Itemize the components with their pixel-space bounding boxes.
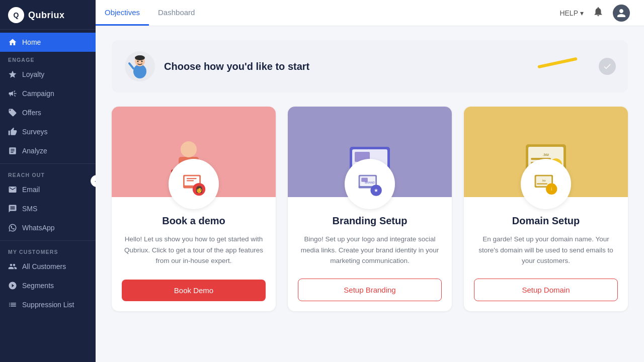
analyze-icon bbox=[8, 146, 17, 155]
card-book-demo-image: 👩 bbox=[112, 107, 276, 197]
help-label: HELP bbox=[559, 9, 578, 17]
page-content: Choose how you'd like to start bbox=[96, 26, 644, 362]
surveys-label: Surveys bbox=[22, 128, 48, 136]
tab-objectives[interactable]: Objectives bbox=[96, 0, 149, 26]
megaphone-icon bbox=[8, 89, 17, 98]
card-book-demo-icon: 👩 bbox=[169, 159, 219, 209]
all-customers-label: All Customers bbox=[22, 262, 66, 270]
segments-label: Segments bbox=[22, 282, 54, 290]
welcome-title: Choose how you'd like to start bbox=[164, 61, 309, 72]
section-label-engage: ENGAGE bbox=[0, 52, 96, 65]
tag-icon bbox=[8, 108, 17, 117]
card-domain-image: .biz i .biz i bbox=[464, 107, 628, 197]
svg-point-4 bbox=[137, 61, 139, 62]
setup-domain-button[interactable]: Setup Domain bbox=[474, 279, 618, 301]
section-label-reach-out: REACH OUT bbox=[0, 167, 96, 180]
sidebar: Q Qubriux Home ENGAGE Loyalty Campaign bbox=[0, 0, 96, 362]
sidebar-home-label: Home bbox=[22, 38, 41, 46]
sms-label: SMS bbox=[22, 205, 37, 213]
sidebar-navigation: Home ENGAGE Loyalty Campaign Offers bbox=[0, 30, 96, 362]
setup-branding-button[interactable]: Setup Branding bbox=[298, 279, 442, 301]
sidebar-item-loyalty[interactable]: Loyalty bbox=[0, 65, 96, 84]
sidebar-item-segments[interactable]: Segments bbox=[0, 276, 96, 295]
card-branding-body: Branding Setup Bingo! Set up your logo a… bbox=[288, 197, 452, 311]
sidebar-logo: Q Qubriux bbox=[0, 0, 96, 30]
card-branding-image: BRAND BRAND ★ bbox=[288, 107, 452, 197]
svg-text:.biz: .biz bbox=[542, 179, 546, 182]
whatsapp-label: WhatsApp bbox=[22, 224, 55, 232]
welcome-banner: Choose how you'd like to start bbox=[112, 40, 628, 93]
star-icon bbox=[8, 70, 17, 79]
offers-label: Offers bbox=[22, 109, 41, 117]
book-demo-button[interactable]: Book Demo bbox=[122, 280, 266, 301]
svg-rect-14 bbox=[187, 180, 194, 181]
sidebar-item-all-customers[interactable]: All Customers bbox=[0, 257, 96, 276]
card-domain-setup: .biz i .biz i bbox=[464, 107, 628, 311]
customers-icon bbox=[8, 262, 17, 271]
svg-text:BRAND: BRAND bbox=[365, 181, 375, 184]
sidebar-item-home[interactable]: Home bbox=[0, 33, 96, 52]
surveys-icon bbox=[8, 127, 17, 136]
help-button[interactable]: HELP ▾ bbox=[559, 9, 584, 17]
sms-icon bbox=[8, 204, 17, 213]
sidebar-item-sms[interactable]: SMS bbox=[0, 199, 96, 218]
divider-1 bbox=[0, 163, 96, 164]
cards-grid: 👩 Book a demo Hello! Let us show you how… bbox=[112, 107, 628, 311]
campaign-label: Campaign bbox=[22, 89, 54, 98]
svg-point-7 bbox=[181, 141, 197, 157]
sidebar-item-whatsapp[interactable]: WhatsApp bbox=[0, 218, 96, 237]
email-label: Email bbox=[22, 186, 40, 194]
card-domain-icon: .biz i bbox=[521, 159, 571, 209]
logo-letter: Q bbox=[14, 11, 19, 19]
svg-text:i: i bbox=[551, 187, 552, 192]
list-icon bbox=[8, 300, 17, 309]
card-branding-title: Branding Setup bbox=[333, 215, 408, 227]
check-circle bbox=[599, 58, 616, 75]
sidebar-item-email[interactable]: Email bbox=[0, 180, 96, 199]
svg-point-2 bbox=[135, 55, 145, 60]
svg-rect-13 bbox=[187, 178, 197, 179]
svg-text:👩: 👩 bbox=[195, 186, 203, 194]
tab-dashboard[interactable]: Dashboard bbox=[149, 0, 204, 26]
notification-bell-icon[interactable] bbox=[593, 6, 604, 20]
card-domain-body: Domain Setup En garde! Set up your domai… bbox=[464, 197, 628, 311]
card-book-demo-desc: Hello! Let us show you how to get starte… bbox=[122, 234, 266, 267]
sidebar-item-suppression[interactable]: Suppression List bbox=[0, 295, 96, 314]
sidebar-item-analyze[interactable]: Analyze bbox=[0, 141, 96, 160]
svg-rect-39 bbox=[537, 184, 547, 185]
email-icon bbox=[8, 185, 17, 194]
sidebar-item-surveys[interactable]: Surveys bbox=[0, 122, 96, 141]
tab-objectives-label: Objectives bbox=[105, 8, 140, 17]
home-icon bbox=[8, 38, 17, 47]
tab-dashboard-label: Dashboard bbox=[158, 8, 195, 17]
card-branding-setup: BRAND BRAND ★ bbox=[288, 107, 452, 311]
suppression-label: Suppression List bbox=[22, 301, 74, 309]
card-branding-icon: BRAND ★ bbox=[345, 159, 395, 209]
card-domain-title: Domain Setup bbox=[512, 215, 580, 227]
whatsapp-icon bbox=[8, 223, 17, 232]
section-label-customers: MY CUSTOMERS bbox=[0, 244, 96, 257]
svg-line-3 bbox=[129, 63, 133, 68]
chevron-down-icon: ▾ bbox=[580, 9, 584, 17]
svg-point-0 bbox=[133, 64, 146, 78]
decorative-line bbox=[537, 57, 577, 68]
avatar[interactable] bbox=[613, 5, 630, 22]
sidebar-item-offers[interactable]: Offers bbox=[0, 103, 96, 122]
divider-2 bbox=[0, 240, 96, 241]
card-book-demo: 👩 Book a demo Hello! Let us show you how… bbox=[112, 107, 276, 311]
header: Objectives Dashboard HELP ▾ bbox=[96, 0, 644, 26]
main-content: Objectives Dashboard HELP ▾ bbox=[96, 0, 644, 362]
segments-icon bbox=[8, 281, 17, 290]
svg-text:★: ★ bbox=[374, 188, 378, 193]
welcome-mascot bbox=[125, 51, 155, 81]
sidebar-item-campaign[interactable]: Campaign bbox=[0, 84, 96, 103]
card-book-demo-body: Book a demo Hello! Let us show you how t… bbox=[112, 197, 276, 311]
header-actions: HELP ▾ bbox=[559, 5, 630, 22]
loyalty-label: Loyalty bbox=[22, 70, 44, 78]
app-name: Qubriux bbox=[28, 10, 65, 21]
svg-point-5 bbox=[141, 61, 143, 62]
svg-text:.biz: .biz bbox=[543, 152, 549, 157]
header-tabs: Objectives Dashboard bbox=[96, 0, 204, 26]
analyze-label: Analyze bbox=[22, 147, 47, 155]
card-book-demo-title: Book a demo bbox=[162, 215, 225, 227]
